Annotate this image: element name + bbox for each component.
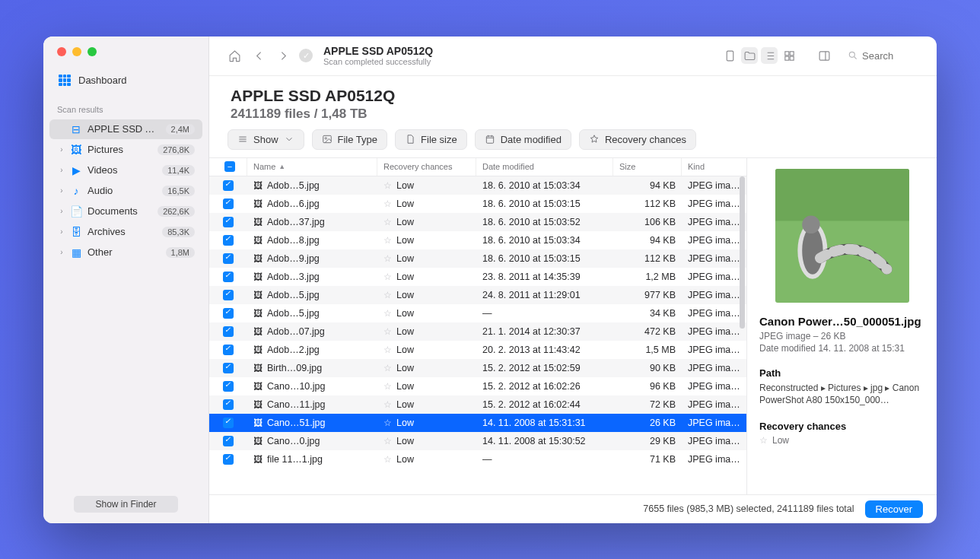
col-size[interactable]: Size: [613, 158, 682, 176]
filter-type[interactable]: File Type: [312, 129, 388, 150]
preview-path-header: Path: [759, 367, 924, 379]
home-icon[interactable]: [226, 47, 243, 64]
row-checkbox[interactable]: [223, 308, 234, 319]
star-icon[interactable]: ☆: [383, 272, 392, 282]
file-name: Adob…5.jpg: [267, 290, 320, 300]
svg-point-6: [849, 52, 854, 57]
file-icon: 🖼: [253, 235, 262, 246]
search-icon: [848, 50, 858, 61]
row-checkbox[interactable]: [223, 217, 234, 227]
sidebar-item-image[interactable]: ›🖼Pictures276,8K: [49, 140, 202, 160]
table-row[interactable]: 🖼Adob…07.jpg☆Low21. 1. 2014 at 12:30:374…: [209, 322, 746, 341]
col-name[interactable]: Name▲: [247, 158, 377, 176]
search-box[interactable]: [848, 50, 923, 62]
view-folder-icon[interactable]: [741, 47, 758, 64]
view-icon-icon[interactable]: [721, 47, 738, 64]
star-icon[interactable]: ☆: [383, 454, 392, 465]
col-recovery[interactable]: Recovery chances: [377, 158, 476, 176]
table-row[interactable]: 🖼Cano…51.jpg☆Low14. 11. 2008 at 15:31:31…: [209, 414, 746, 432]
star-icon[interactable]: ☆: [383, 180, 392, 191]
sidebar-item-video[interactable]: ›▶Videos11,4K: [49, 160, 202, 180]
toggle-sidebar-icon[interactable]: [816, 47, 832, 64]
star-icon[interactable]: ☆: [383, 217, 392, 227]
row-checkbox[interactable]: [223, 253, 234, 264]
table-row[interactable]: 🖼Adob…5.jpg☆Low—34 KBJPEG ima…: [209, 304, 746, 322]
sidebar-item-other[interactable]: ›▦Other1,8M: [49, 243, 202, 262]
table-row[interactable]: 🖼Cano…10.jpg☆Low15. 2. 2012 at 16:02:269…: [209, 377, 746, 395]
table-row[interactable]: 🖼Adob…5.jpg☆Low18. 6. 2010 at 15:03:3494…: [209, 176, 746, 195]
page-header: APPLE SSD AP0512Q 2411189 files / 1,48 T…: [209, 76, 937, 129]
scrollbar[interactable]: [740, 176, 745, 329]
size-cell: 90 KB: [613, 363, 682, 373]
size-cell: 96 KB: [613, 381, 682, 392]
filter-size[interactable]: File size: [395, 129, 467, 150]
sidebar: Dashboard Scan results ⊟APPLE SSD AP0…2,…: [43, 37, 209, 523]
star-icon[interactable]: ☆: [383, 290, 392, 300]
svg-rect-1: [784, 51, 788, 55]
star-icon[interactable]: ☆: [383, 363, 392, 373]
sidebar-item-archive[interactable]: ›🗄Archives85,3K: [49, 222, 202, 242]
video-icon: ▶: [69, 164, 83, 176]
star-icon[interactable]: ☆: [383, 399, 392, 410]
table-row[interactable]: 🖼Adob…2.jpg☆Low20. 2. 2013 at 11:43:421,…: [209, 341, 746, 359]
table-row[interactable]: 🖼Adob…5.jpg☆Low24. 8. 2011 at 11:29:0197…: [209, 286, 746, 304]
file-name: Adob…5.jpg: [267, 308, 320, 319]
star-icon[interactable]: ☆: [383, 199, 392, 209]
filter-date[interactable]: Date modified: [475, 129, 571, 150]
minimize-button[interactable]: [72, 47, 81, 56]
star-icon[interactable]: ☆: [383, 381, 392, 392]
sidebar-item-doc[interactable]: ›📄Documents262,6K: [49, 202, 202, 221]
maximize-button[interactable]: [88, 47, 97, 56]
select-all-checkbox[interactable]: −: [224, 161, 235, 172]
row-checkbox[interactable]: [223, 381, 234, 392]
row-checkbox[interactable]: [223, 272, 234, 282]
star-icon[interactable]: ☆: [383, 235, 392, 246]
sidebar-item-audio[interactable]: ›♪Audio16,5K: [49, 181, 202, 201]
star-icon[interactable]: ☆: [383, 418, 392, 428]
star-icon[interactable]: ☆: [383, 326, 392, 337]
back-icon[interactable]: [250, 47, 267, 64]
table-row[interactable]: 🖼Cano…0.jpg☆Low14. 11. 2008 at 15:30:522…: [209, 432, 746, 450]
search-input[interactable]: [862, 50, 923, 62]
table-row[interactable]: 🖼Adob…6.jpg☆Low18. 6. 2010 at 15:03:1511…: [209, 195, 746, 213]
view-list-icon[interactable]: [761, 47, 778, 64]
row-checkbox[interactable]: [223, 363, 234, 373]
row-checkbox[interactable]: [223, 399, 234, 410]
row-checkbox[interactable]: [223, 326, 234, 337]
star-icon[interactable]: ☆: [383, 345, 392, 355]
filter-date-label: Date modified: [501, 134, 562, 145]
forward-icon[interactable]: [275, 47, 291, 64]
table-row[interactable]: 🖼file 11…1.jpg☆Low—71 KBJPEG ima…: [209, 450, 746, 468]
table-row[interactable]: 🖼Adob…37.jpg☆Low18. 6. 2010 at 15:03:521…: [209, 213, 746, 231]
row-checkbox[interactable]: [223, 345, 234, 355]
recovery-label: Low: [396, 290, 414, 300]
col-kind[interactable]: Kind: [682, 158, 746, 176]
row-checkbox[interactable]: [223, 418, 234, 428]
table-row[interactable]: 🖼Cano…11.jpg☆Low15. 2. 2012 at 16:02:447…: [209, 395, 746, 414]
close-button[interactable]: [57, 47, 66, 56]
file-icon: 🖼: [253, 217, 262, 227]
table-row[interactable]: 🖼Adob…9.jpg☆Low18. 6. 2010 at 15:03:1511…: [209, 249, 746, 268]
col-date[interactable]: Date modified: [476, 158, 613, 176]
star-icon[interactable]: ☆: [383, 436, 392, 446]
row-checkbox[interactable]: [223, 235, 234, 246]
table-row[interactable]: 🖼Adob…3.jpg☆Low23. 8. 2011 at 14:35:391,…: [209, 268, 746, 286]
filter-show[interactable]: Show: [228, 129, 304, 150]
filter-recovery[interactable]: Recovery chances: [579, 129, 696, 150]
table-row[interactable]: 🖼Adob…8.jpg☆Low18. 6. 2010 at 15:03:3494…: [209, 231, 746, 249]
row-checkbox[interactable]: [223, 290, 234, 300]
row-checkbox[interactable]: [223, 454, 234, 465]
row-checkbox[interactable]: [223, 199, 234, 209]
dashboard-item[interactable]: Dashboard: [43, 70, 208, 91]
svg-rect-2: [790, 51, 794, 55]
row-checkbox[interactable]: [223, 436, 234, 446]
table-row[interactable]: 🖼Birth…09.jpg☆Low15. 2. 2012 at 15:02:59…: [209, 359, 746, 377]
view-grid-icon[interactable]: [781, 47, 797, 64]
show-in-finder-button[interactable]: Show in Finder: [74, 496, 177, 513]
table-body[interactable]: 🖼Adob…5.jpg☆Low18. 6. 2010 at 15:03:3494…: [209, 176, 746, 494]
sidebar-item-drive[interactable]: ⊟APPLE SSD AP0…2,4M: [49, 119, 202, 139]
star-icon[interactable]: ☆: [383, 253, 392, 264]
star-icon[interactable]: ☆: [383, 308, 392, 319]
row-checkbox[interactable]: [223, 180, 234, 191]
recover-button[interactable]: Recover: [865, 500, 923, 518]
